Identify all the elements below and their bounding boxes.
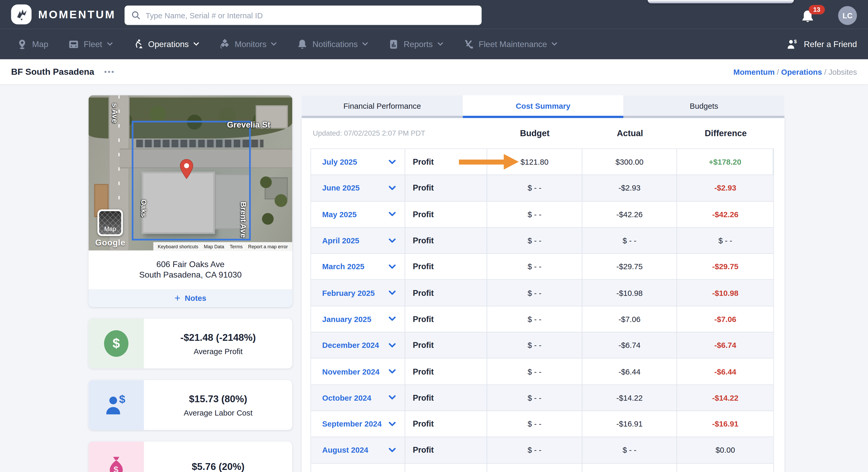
nav-label: Operations xyxy=(148,39,189,49)
chevron-down-icon xyxy=(362,42,368,46)
stat-value: $5.76 (20%) xyxy=(192,461,244,472)
metric-label: Profit xyxy=(405,149,487,175)
budget-value: $ - - xyxy=(528,341,541,350)
month-link[interactable]: June 2025 xyxy=(322,184,360,193)
chevron-down-icon[interactable] xyxy=(388,212,396,217)
chevron-down-icon[interactable] xyxy=(388,264,396,269)
search-input[interactable] xyxy=(146,11,475,20)
difference-value: -$10.98 xyxy=(712,289,739,297)
map-attribution: Keyboard shortcuts Map Data Terms Report… xyxy=(153,242,292,250)
metric-label: Profit xyxy=(405,385,487,411)
month-link[interactable]: March 2025 xyxy=(322,262,365,271)
budget-value: $ - - xyxy=(528,262,541,271)
budget-value: $ - - xyxy=(528,315,541,324)
difference-value: -$6.44 xyxy=(714,367,736,376)
month-link[interactable]: April 2025 xyxy=(322,236,359,245)
actual-value: -$2.93 xyxy=(619,184,641,193)
breadcrumb-operations[interactable]: Operations xyxy=(781,67,822,76)
difference-value: -$42.26 xyxy=(712,210,739,219)
nav-item-operations[interactable]: Operations xyxy=(133,38,199,50)
tab-cost-summary[interactable]: Cost Summary xyxy=(463,95,624,118)
global-search[interactable] xyxy=(125,5,482,25)
more-options-icon[interactable]: ••• xyxy=(104,69,115,74)
month-link[interactable]: July 2025 xyxy=(322,157,357,166)
difference-value: -$2.93 xyxy=(714,184,736,193)
budget-value: $ - - xyxy=(528,393,541,402)
chevron-down-icon[interactable] xyxy=(388,448,396,453)
budget-value: $ - - xyxy=(528,210,541,219)
actual-value: -$29.75 xyxy=(616,262,643,271)
search-icon xyxy=(131,10,141,20)
nav-item-fleet-maintenance[interactable]: Fleet Maintenance xyxy=(463,38,558,50)
budget-value: $ - - xyxy=(528,446,541,454)
main-nav: Map Fleet Operations Monitors Notificati… xyxy=(0,29,868,59)
satellite-map[interactable]: s Ave Oaks Grevelia St Brent Ave Map Goo… xyxy=(89,95,292,250)
top-bar: MOMENTUM 13 LC xyxy=(0,0,868,29)
address-line-1: 606 Fair Oaks Ave xyxy=(94,259,287,269)
app-root: MOMENTUM 13 LC Map Fleet Operatio xyxy=(0,0,868,472)
keyboard-shortcuts-link[interactable]: Keyboard shortcuts xyxy=(158,243,198,249)
month-link[interactable]: May 2025 xyxy=(322,210,357,219)
table-row: December 2024 Profit $ - - -$6.74 -$6.74 xyxy=(311,332,773,359)
chevron-down-icon[interactable] xyxy=(388,159,396,165)
difference-value: -$14.22 xyxy=(712,393,739,402)
page-title: BF South Pasadena xyxy=(11,67,94,77)
chevron-down-icon[interactable] xyxy=(388,395,396,400)
month-link[interactable]: October 2024 xyxy=(322,393,371,402)
breadcrumb-momentum[interactable]: Momentum xyxy=(733,67,775,76)
difference-value: +$178.20 xyxy=(709,157,741,166)
table-row: November 2024 Profit $ - - -$6.44 -$6.44 xyxy=(311,359,773,385)
left-column: s Ave Oaks Grevelia St Brent Ave Map Goo… xyxy=(89,95,292,472)
nav-label: Monitors xyxy=(235,39,267,49)
chevron-down-icon[interactable] xyxy=(388,369,396,374)
chevron-down-icon[interactable] xyxy=(388,317,396,321)
map-data-link[interactable]: Map Data xyxy=(204,243,224,249)
month-link[interactable]: September 2024 xyxy=(322,419,382,429)
bell-icon xyxy=(297,38,308,50)
page-bar: BF South Pasadena ••• Momentum / Operati… xyxy=(0,59,868,84)
map-marker-icon xyxy=(178,158,195,180)
cost-table-body: July 2025 Profit $121.80 $300.00 +$178.2… xyxy=(310,148,774,463)
nav-item-reports[interactable]: Reports xyxy=(388,38,443,50)
actual-value: -$14.22 xyxy=(616,393,643,402)
chevron-down-icon[interactable] xyxy=(388,421,396,426)
nav-item-monitors[interactable]: Monitors xyxy=(219,38,277,50)
chevron-down-icon[interactable] xyxy=(388,343,396,348)
avatar[interactable]: LC xyxy=(838,6,857,25)
chevron-down-icon[interactable] xyxy=(388,290,396,295)
actual-value: $300.00 xyxy=(616,157,644,166)
month-link[interactable]: August 2024 xyxy=(322,446,368,454)
nav-item-map[interactable]: Map xyxy=(17,38,48,50)
terms-link[interactable]: Terms xyxy=(230,243,243,249)
chevron-down-icon[interactable] xyxy=(388,238,396,243)
chevron-down-icon xyxy=(193,42,199,46)
month-link[interactable]: December 2024 xyxy=(322,341,379,350)
plus-icon: + xyxy=(175,294,180,302)
nav-item-notifications[interactable]: Notifications xyxy=(297,38,368,50)
difference-value: $0.00 xyxy=(715,446,735,454)
notifications-button[interactable]: 13 xyxy=(801,7,825,25)
brand[interactable]: MOMENTUM xyxy=(11,4,116,24)
refer-a-friend-button[interactable]: $ Refer a Friend xyxy=(787,38,857,50)
chevron-down-icon[interactable] xyxy=(388,185,396,190)
month-link[interactable]: February 2025 xyxy=(322,289,375,297)
metric-label: Profit xyxy=(405,228,487,253)
tab-budgets[interactable]: Budgets xyxy=(624,95,784,118)
refer-label: Refer a Friend xyxy=(804,39,857,49)
tab-financial-performance[interactable]: Financial Performance xyxy=(302,95,462,118)
nav-item-fleet[interactable]: Fleet xyxy=(68,38,113,50)
notes-label: Notes xyxy=(185,294,206,303)
property-boundary-polygon xyxy=(132,121,251,240)
month-link[interactable]: January 2025 xyxy=(322,315,371,324)
column-header-actual: Actual xyxy=(582,128,678,138)
svg-text:$: $ xyxy=(114,465,118,472)
tab-bar: Financial Performance Cost Summary Budge… xyxy=(302,95,784,118)
report-map-error-link[interactable]: Report a map error xyxy=(248,243,288,249)
nav-label: Notifications xyxy=(313,39,358,49)
fleet-van-icon xyxy=(68,38,79,50)
notes-button[interactable]: + Notes xyxy=(89,289,292,307)
month-link[interactable]: November 2024 xyxy=(322,367,379,376)
table-row: July 2025 Profit $121.80 $300.00 +$178.2… xyxy=(311,149,773,175)
stat-value: -$21.48 (-2148%) xyxy=(181,332,256,344)
map-type-button[interactable]: Map xyxy=(97,209,123,236)
